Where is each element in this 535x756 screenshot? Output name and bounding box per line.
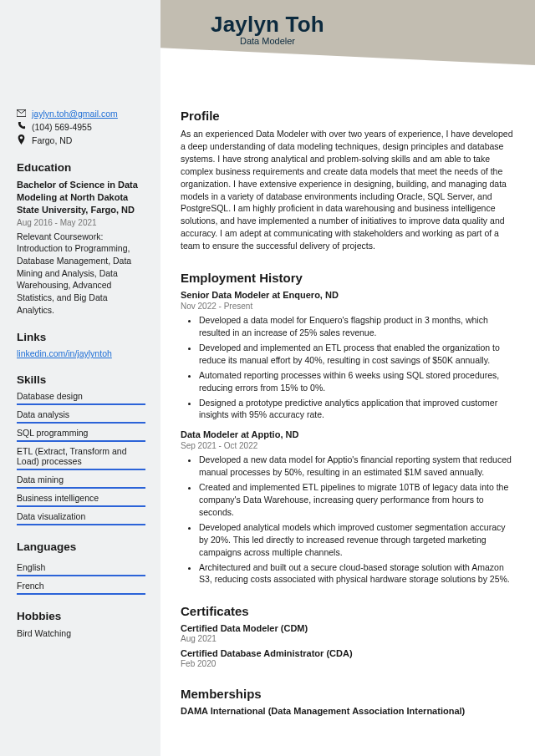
education-heading: Education <box>17 161 145 174</box>
contact-location: Fargo, ND <box>32 135 72 145</box>
profile-text: As an experienced Data Modeler with over… <box>181 128 515 252</box>
employment-heading: Employment History <box>181 271 515 285</box>
contact-location-row: Fargo, ND <box>17 134 145 146</box>
skill-item: Data analysis <box>17 405 145 424</box>
certificate-date: Feb 2020 <box>181 659 515 668</box>
membership-item: DAMA International (Data Management Asso… <box>181 706 515 716</box>
education-dates: Aug 2016 - May 2021 <box>17 218 145 227</box>
certificate-title: Certified Data Modeler (CDM) <box>181 623 515 633</box>
certificates-heading: Certificates <box>181 604 515 618</box>
hobbies-heading: Hobbies <box>17 610 145 622</box>
contact-email-link[interactable]: jaylyn.toh@gmail.com <box>32 109 118 119</box>
memberships-heading: Memberships <box>181 687 515 701</box>
job-title: Data Modeler at Apptio, ND <box>181 429 515 439</box>
job-bullet: Developed a data model for Enquero's fla… <box>199 314 515 339</box>
job-bullets: Developed a new data model for Apptio's … <box>181 454 515 586</box>
certificate-date: Aug 2021 <box>181 634 515 643</box>
skill-item: Database design <box>17 391 145 405</box>
skill-item: Data visualization <box>17 507 145 525</box>
job-title: Senior Data Modeler at Enquero, ND <box>181 290 515 300</box>
language-item: French <box>17 576 145 595</box>
main-content: Profile As an experienced Data Modeler w… <box>160 0 535 756</box>
education-degree: Bachelor of Science in Data Modeling at … <box>17 179 145 216</box>
certificate-title: Certified Database Administrator (CDA) <box>181 648 515 658</box>
profile-heading: Profile <box>181 109 515 123</box>
skill-item: SQL programming <box>17 424 145 442</box>
job-bullet: Created and implemented ETL pipelines to… <box>199 481 515 519</box>
skills-list: Database designData analysisSQL programm… <box>17 391 145 525</box>
skill-item: ETL (Extract, Transform and Load) proces… <box>17 442 145 470</box>
job-bullet: Developed analytical models which improv… <box>199 521 515 559</box>
hobbies-text: Bird Watching <box>17 627 145 640</box>
location-icon <box>17 134 26 146</box>
certificates-list: Certified Data Modeler (CDM)Aug 2021Cert… <box>181 623 515 668</box>
job-bullet: Architectured and built out a secure clo… <box>199 561 515 586</box>
job-dates: Nov 2022 - Present <box>181 302 515 311</box>
phone-icon <box>17 121 26 132</box>
links-heading: Links <box>17 331 145 343</box>
sidebar: jaylyn.toh@gmail.com (104) 569-4955 Farg… <box>0 0 160 756</box>
contact-phone: (104) 569-4955 <box>32 122 92 132</box>
job-bullet: Automated reporting processes within 6 w… <box>199 369 515 394</box>
languages-list: EnglishFrench <box>17 558 145 595</box>
job-bullet: Developed a new data model for Apptio's … <box>199 454 515 479</box>
jobs-list: Senior Data Modeler at Enquero, NDNov 20… <box>181 290 515 586</box>
contact-phone-row: (104) 569-4955 <box>17 121 145 132</box>
education-body: Relevant Coursework: Introduction to Pro… <box>17 231 145 317</box>
language-item: English <box>17 558 145 576</box>
email-icon <box>17 109 26 119</box>
job-bullet: Designed a prototype predictive analytic… <box>199 397 515 422</box>
skill-item: Business intelligence <box>17 489 145 507</box>
job-bullet: Developed and implemented an ETL process… <box>199 342 515 367</box>
languages-heading: Languages <box>17 540 145 553</box>
link-item[interactable]: linkedin.com/in/jaylyntoh <box>17 348 112 358</box>
skills-heading: Skills <box>17 373 145 386</box>
job-bullets: Developed a data model for Enquero's fla… <box>181 314 515 421</box>
contact-email-row: jaylyn.toh@gmail.com <box>17 109 145 119</box>
skill-item: Data mining <box>17 470 145 489</box>
job-dates: Sep 2021 - Oct 2022 <box>181 441 515 450</box>
